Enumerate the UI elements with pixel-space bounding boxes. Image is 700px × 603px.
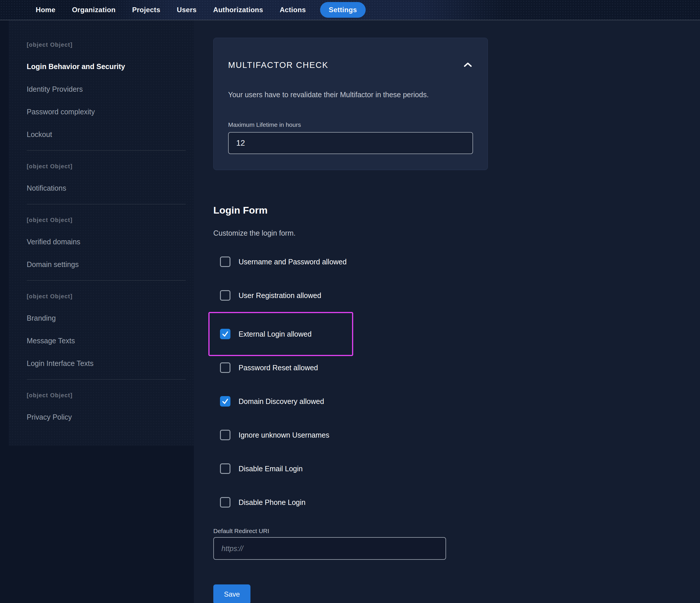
nav-item[interactable]: Settings <box>320 2 366 18</box>
nav-item[interactable]: Projects <box>132 6 160 14</box>
checkbox-label: User Registration allowed <box>239 291 321 300</box>
top-header: HomeOrganizationProjectsUsersAuthorizati… <box>0 0 700 20</box>
checkbox[interactable] <box>220 329 230 339</box>
nav-item[interactable]: Actions <box>280 6 306 14</box>
sidebar-item[interactable]: Lockout <box>27 130 186 139</box>
sidebar-section-items: Notifications <box>27 184 186 193</box>
sidebar-section: [object Object] Notifications <box>27 150 186 204</box>
card-title: MULTIFACTOR CHECK <box>228 60 328 70</box>
nav-item[interactable]: Home <box>36 6 55 14</box>
main-nav: HomeOrganizationProjectsUsersAuthorizati… <box>0 0 700 20</box>
login-option-row: Domain Discovery allowed <box>213 384 506 418</box>
lifetime-label: Maximum Lifetime in hours <box>228 121 473 129</box>
settings-sidebar: [object Object] Login Behavior and Secur… <box>9 20 194 446</box>
login-option-row: Ignore unknown Usernames <box>213 418 506 452</box>
sidebar-item[interactable]: Login Interface Texts <box>27 359 186 368</box>
multifactor-check-card: MULTIFACTOR CHECK Your users have to rev… <box>213 38 488 170</box>
checkbox-label: Ignore unknown Usernames <box>239 431 329 439</box>
checkbox[interactable] <box>220 497 230 507</box>
checkbox[interactable] <box>220 430 230 440</box>
sidebar-item[interactable]: Branding <box>27 314 186 322</box>
sidebar-section: [object Object] BrandingMessage TextsLog… <box>27 280 186 379</box>
login-form-options: Username and Password allowed User Regis… <box>213 245 506 519</box>
checkbox-label: Domain Discovery allowed <box>239 397 324 406</box>
checkbox[interactable] <box>220 290 230 301</box>
sidebar-item[interactable]: Privacy Policy <box>27 412 186 421</box>
sidebar-section-items: Login Behavior and SecurityIdentity Prov… <box>27 62 186 139</box>
checkbox-label: External Login allowed <box>239 330 312 338</box>
save-button[interactable]: Save <box>213 584 250 603</box>
login-option-row: Password Reset allowed <box>213 351 506 384</box>
sidebar-section-header: [object Object] <box>27 217 186 223</box>
sidebar-item[interactable]: Identity Providers <box>27 85 186 94</box>
card-header: MULTIFACTOR CHECK <box>228 53 473 77</box>
checkbox[interactable] <box>220 256 230 267</box>
nav-item[interactable]: Users <box>177 6 197 14</box>
sidebar-section-header: [object Object] <box>27 163 186 170</box>
checkbox[interactable] <box>220 362 230 373</box>
login-option-row: Disable Email Login <box>213 452 506 485</box>
checkbox-label: Disable Phone Login <box>239 498 306 507</box>
checkbox-label: Password Reset allowed <box>239 363 318 372</box>
checkbox[interactable] <box>220 396 230 406</box>
nav-item[interactable]: Authorizations <box>213 6 263 14</box>
sidebar-item[interactable]: Notifications <box>27 184 186 193</box>
sidebar-section: [object Object] Verified domainsDomain s… <box>27 204 186 280</box>
redirect-uri-label: Default Redirect URI <box>213 527 506 535</box>
sidebar-item[interactable]: Verified domains <box>27 237 186 246</box>
login-option-row: User Registration allowed <box>213 279 506 312</box>
nav-item[interactable]: Organization <box>72 6 116 14</box>
collapse-card-button[interactable] <box>462 61 473 69</box>
login-form-title: Login Form <box>213 204 506 216</box>
sidebar-item[interactable]: Login Behavior and Security <box>27 62 186 71</box>
sidebar-sections: [object Object] Login Behavior and Secur… <box>9 20 194 436</box>
redirect-uri-input[interactable] <box>213 537 446 560</box>
sidebar-section-items: Privacy Policy <box>27 412 186 421</box>
chevron-up-icon <box>464 62 472 68</box>
sidebar-section-items: Verified domainsDomain settings <box>27 237 186 269</box>
lifetime-input[interactable] <box>228 132 473 154</box>
sidebar-section-header: [object Object] <box>27 41 186 48</box>
checkbox-label: Username and Password allowed <box>239 257 347 266</box>
sidebar-item[interactable]: Domain settings <box>27 260 186 269</box>
checkbox-label: Disable Email Login <box>239 464 303 473</box>
sidebar-item[interactable]: Password complexity <box>27 107 186 116</box>
sidebar-section-items: BrandingMessage TextsLogin Interface Tex… <box>27 314 186 368</box>
sidebar-item[interactable]: Message Texts <box>27 336 186 345</box>
checkmark-icon <box>221 330 229 338</box>
checkbox[interactable] <box>220 463 230 474</box>
checkmark-icon <box>221 398 229 405</box>
login-form-subtitle: Customize the login form. <box>213 229 506 237</box>
login-option-row: External Login allowed <box>208 312 353 356</box>
sidebar-section-header: [object Object] <box>27 392 186 399</box>
sidebar-section-header: [object Object] <box>27 293 186 300</box>
sidebar-section: [object Object] Privacy Policy <box>27 379 186 433</box>
login-option-row: Username and Password allowed <box>213 245 506 279</box>
login-option-row: Disable Phone Login <box>213 485 506 519</box>
sidebar-section: [object Object] Login Behavior and Secur… <box>27 29 186 150</box>
main-content: MULTIFACTOR CHECK Your users have to rev… <box>213 20 506 603</box>
card-description: Your users have to revalidate their Mult… <box>228 90 473 99</box>
